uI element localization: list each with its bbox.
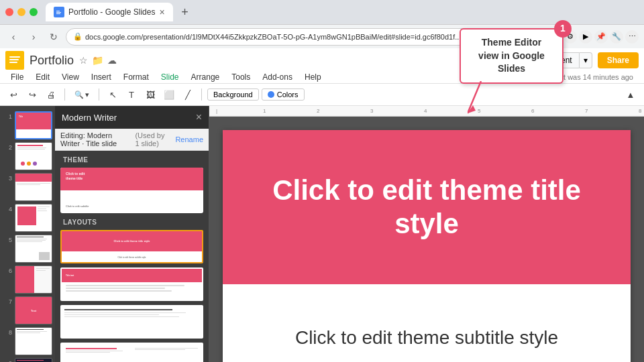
theme-editor-panel: Modern Writer × Editing: Modern Writer ·… (55, 106, 209, 362)
traffic-light-yellow[interactable] (17, 8, 25, 16)
menu-file[interactable]: File (5, 71, 29, 83)
undo-button[interactable]: ↩ (5, 86, 21, 103)
ext-icon-6[interactable]: 📌 (594, 30, 608, 44)
slide-thumb-6[interactable]: 6 (3, 265, 52, 294)
theme-preview-thumb[interactable]: Click to edittheme title Click to edit s… (60, 168, 203, 213)
colors-button[interactable]: Colors (262, 88, 305, 101)
menu-edit[interactable]: Edit (30, 71, 55, 83)
forward-button[interactable]: › (25, 29, 42, 45)
slide-img-2 (15, 142, 52, 170)
redo-button[interactable]: ↪ (24, 86, 40, 103)
layout-item-1[interactable]: Click to edit theme title style Click to… (60, 230, 203, 263)
ruler: | 1 2 3 4 5 6 7 8 (209, 106, 644, 117)
slide-thumb-2[interactable]: 2 (3, 142, 52, 170)
callout-box: 1 Theme Editor view in Google Slides (460, 28, 564, 84)
document-title[interactable]: Portfolio (30, 54, 74, 68)
layout2-header: Title text (62, 269, 202, 282)
canvas-area: | 1 2 3 4 5 6 7 8 (209, 106, 644, 362)
secure-icon: 🔒 (73, 32, 83, 41)
canvas-content: Click to edit theme title style Click to… (209, 117, 644, 362)
slide-thumb-4[interactable]: 4 (3, 204, 52, 232)
slide-img-7: Text (15, 296, 52, 324)
reload-button[interactable]: ↻ (46, 29, 62, 45)
callout-arrow-svg (468, 81, 515, 115)
colors-label: Colors (277, 90, 299, 99)
layout-subtitle-text: Click to edit theme subtitle style (62, 256, 202, 259)
canvas-subtitle[interactable]: Click to edit theme subtitle style (295, 327, 558, 349)
ext-icon-7[interactable]: 🔧 (610, 30, 623, 44)
editing-bar: Editing: Modern Writer · Title slide (Us… (55, 129, 209, 151)
rename-button[interactable]: Rename (175, 135, 203, 143)
ext-icon-8[interactable]: ⋯ (625, 30, 639, 44)
tab-favicon (54, 7, 64, 17)
slide-thumb-1[interactable]: 1 Title (3, 111, 52, 139)
menu-arrange[interactable]: Arrange (186, 71, 225, 83)
print-button[interactable]: 🖨 (43, 86, 59, 103)
cloud-icon[interactable]: ☁ (107, 55, 117, 66)
slides-toolbar: ↩ ↪ 🖨 🔍 ▾ ↖ T 🖼 ⬜ ╱ Background Colors ▲ (0, 84, 644, 106)
menu-view[interactable]: View (56, 71, 85, 83)
slide-num-4: 4 (3, 204, 12, 213)
slide-num-8: 8 (3, 327, 12, 336)
back-button[interactable]: ‹ (5, 29, 21, 45)
theme-editor-header: Modern Writer × (55, 106, 209, 129)
slide-canvas[interactable]: Click to edit theme title style Click to… (223, 130, 631, 362)
slide-num-5: 5 (3, 235, 12, 243)
slide-thumb-9[interactable]: 9 (3, 358, 52, 362)
separator-3 (201, 88, 202, 101)
menu-tools[interactable]: Tools (226, 71, 256, 83)
ext-icon-5[interactable]: ▶ (579, 30, 592, 44)
slide-thumb-5[interactable]: 5 (3, 235, 52, 263)
menu-format[interactable]: Format (118, 71, 154, 83)
slide-thumb-3[interactable]: 3 (3, 173, 52, 201)
slide-thumb-7[interactable]: 7 Text (3, 296, 52, 324)
theme-preview-title: Click to edittheme title (66, 172, 85, 181)
canvas-red-section: Click to edit theme title style (223, 130, 631, 284)
new-tab-button[interactable]: + (176, 3, 195, 21)
slide-img-3 (15, 173, 52, 201)
menu-addons[interactable]: Add-ons (257, 71, 298, 83)
theme-header-title: Modern Writer (62, 113, 117, 123)
menu-insert[interactable]: Insert (86, 71, 117, 83)
slide-img-1: Title (15, 111, 52, 139)
background-button[interactable]: Background (207, 88, 259, 101)
traffic-light-green[interactable] (30, 8, 38, 16)
layout-item-4[interactable] (60, 343, 203, 362)
star-icon[interactable]: ☆ (79, 55, 88, 66)
folder-icon[interactable]: 📁 (92, 55, 103, 66)
callout-text: Theme Editor view in Google Slides (478, 37, 545, 74)
cursor-tool[interactable]: ↖ (105, 86, 121, 103)
present-dropdown[interactable]: ▾ (580, 52, 592, 68)
line-tool[interactable]: ╱ (180, 86, 196, 103)
shape-tool[interactable]: ⬜ (161, 86, 177, 103)
slide-img-6 (15, 265, 52, 294)
theme-close-button[interactable]: × (196, 111, 202, 123)
slide-num-7: 7 (3, 296, 12, 305)
image-tool[interactable]: 🖼 (142, 86, 158, 103)
slide-thumb-8[interactable]: 8 (3, 327, 52, 355)
editing-label: Editing: Modern Writer · Title slide (60, 131, 129, 147)
slide-panel: 1 Title 2 (0, 106, 55, 362)
menu-help[interactable]: Help (299, 71, 327, 83)
layout-item-2[interactable]: Title text (60, 267, 203, 301)
address-bar[interactable]: 🔒 docs.google.com/presentation/d/1l9MDtX… (66, 28, 513, 46)
svg-rect-3 (56, 13, 60, 14)
svg-rect-2 (56, 12, 61, 13)
background-label: Background (213, 90, 253, 99)
theme-section-label: THEME (60, 156, 203, 164)
menu-slide[interactable]: Slide (156, 71, 184, 83)
layout-item-3[interactable] (60, 305, 203, 339)
canvas-title[interactable]: Click to edit theme title style (223, 174, 631, 241)
callout-container: 1 Theme Editor view in Google Slides (460, 28, 564, 84)
theme-preview-subtitle: Click to edit subtitle (66, 204, 89, 208)
text-tool[interactable]: T (123, 86, 140, 103)
traffic-light-red[interactable] (5, 8, 13, 16)
browser-tab[interactable]: Portfolio - Google Slides × (46, 3, 173, 21)
svg-rect-7 (9, 62, 17, 63)
theme-sidebar: THEME Click to edittheme title Click to … (55, 151, 209, 362)
tab-close-button[interactable]: × (159, 7, 164, 17)
zoom-selector[interactable]: 🔍 ▾ (70, 89, 93, 101)
tab-title: Portfolio - Google Slides (68, 7, 155, 17)
chevron-up-button[interactable]: ▲ (623, 86, 639, 103)
share-button[interactable]: Share (598, 52, 639, 68)
